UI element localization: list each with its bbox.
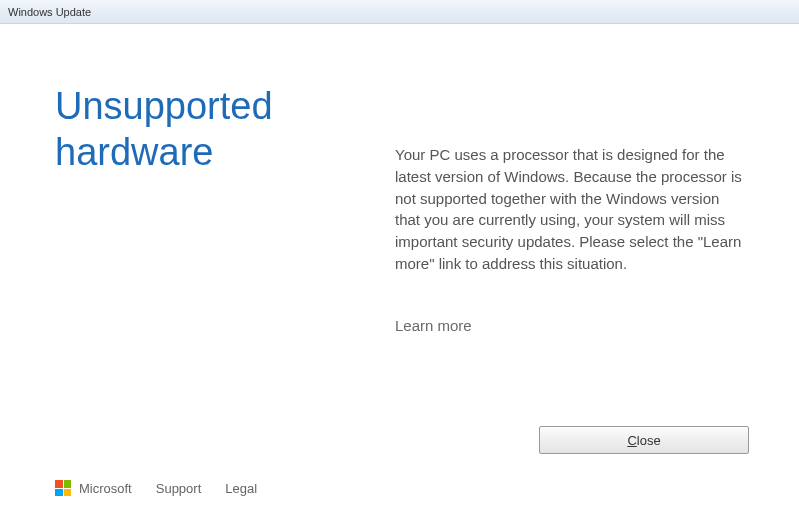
brand-label: Microsoft [79,481,132,496]
window-title: Windows Update [8,6,91,18]
microsoft-brand: Microsoft [55,480,132,496]
footer: Microsoft Support Legal [55,480,257,496]
message-body: Your PC uses a processor that is designe… [395,144,745,275]
close-button-suffix: lose [637,433,661,448]
close-button-accesskey: C [627,433,636,448]
close-button[interactable]: Close [539,426,749,454]
titlebar: Windows Update [0,0,799,24]
microsoft-logo-icon [55,480,71,496]
page-title: Unsupported hardware [55,84,355,175]
learn-more-link[interactable]: Learn more [395,315,472,337]
support-link[interactable]: Support [156,481,202,496]
dialog-content: Unsupported hardware Your PC uses a proc… [0,24,799,514]
legal-link[interactable]: Legal [225,481,257,496]
message-column: Your PC uses a processor that is designe… [395,144,745,336]
